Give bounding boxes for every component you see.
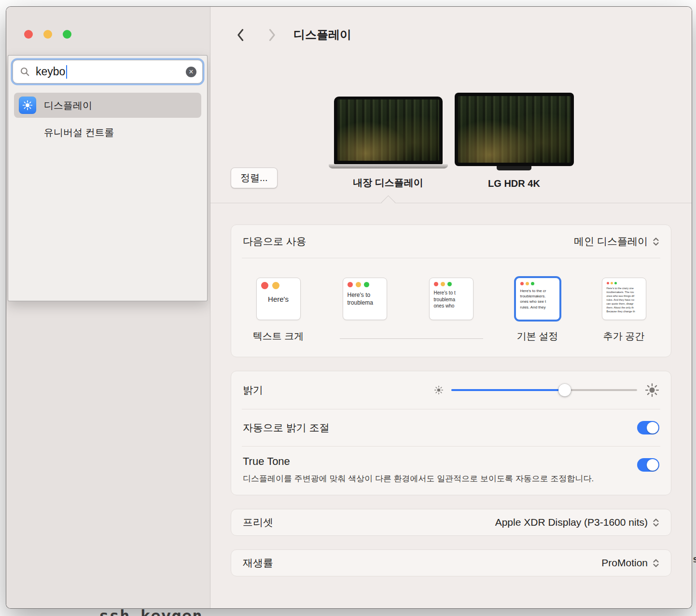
monitor-icon (455, 93, 574, 166)
popup-chevrons-icon (653, 518, 659, 528)
content-header: 디스플레이 (210, 7, 692, 42)
text-cursor (66, 65, 67, 79)
sidebar: keybo × 디스플레이 유니버설 컨트롤 (6, 7, 210, 608)
refresh-rate-popup[interactable]: ProMotion (601, 557, 659, 569)
display-settings-pane: 디스플레이 내장 디스플레이 LG HDR 4K 정렬... (210, 7, 692, 608)
selected-display-caret (381, 196, 396, 210)
scaling-options-connector-line (340, 338, 483, 339)
popup-chevrons-icon (653, 558, 659, 568)
forward-button[interactable] (268, 28, 276, 42)
true-tone-toggle[interactable] (637, 458, 659, 472)
search-result-display[interactable]: 디스플레이 (14, 93, 201, 118)
preset-card: 프리셋 Apple XDR Display (P3-1600 nits) (231, 509, 671, 536)
search-icon (20, 67, 30, 77)
search-results-panel: keybo × 디스플레이 유니버설 컨트롤 (8, 55, 208, 301)
page-title: 디스플레이 (293, 27, 351, 42)
background-partial-text: s (693, 553, 696, 565)
brightness-slider[interactable] (451, 383, 637, 397)
scaling-option-more-space[interactable]: Here's to the crazy one troublemakers. T… (581, 278, 667, 341)
display-name: 내장 디스플레이 (353, 176, 423, 189)
auto-brightness-toggle[interactable] (637, 421, 659, 434)
brightness-low-icon (434, 385, 444, 395)
section-divider (210, 203, 692, 203)
refresh-rate-value: ProMotion (601, 557, 648, 569)
brightness-row: 밝기 (231, 371, 671, 409)
search-query-text: keybo (36, 65, 65, 78)
scaling-option-2[interactable]: Here's to troublema (321, 278, 408, 341)
brightness-high-icon (645, 383, 659, 397)
search-input[interactable]: keybo × (13, 60, 203, 84)
brightness-label: 밝기 (243, 383, 263, 397)
result-label: 디스플레이 (44, 99, 92, 112)
refresh-rate-card: 재생률 ProMotion (231, 549, 671, 576)
clear-search-button[interactable]: × (186, 67, 196, 77)
search-result-universal-control[interactable]: 유니버설 컨트롤 (14, 121, 201, 144)
brightness-slider-thumb[interactable] (558, 384, 571, 396)
scaling-option-label: 텍스트 크게 (253, 330, 304, 341)
display-mode-card: 다음으로 사용 메인 디스플레이 Here's (231, 224, 671, 357)
use-as-label: 다음으로 사용 (243, 235, 306, 248)
window-controls (24, 30, 71, 39)
use-as-row: 다음으로 사용 메인 디스플레이 (231, 225, 671, 258)
refresh-rate-label: 재생률 (243, 556, 273, 570)
preset-value: Apple XDR Display (P3-1600 nits) (495, 517, 648, 528)
zoom-window-button[interactable] (63, 30, 71, 39)
use-as-value: 메인 디스플레이 (574, 235, 648, 248)
laptop-base (329, 164, 448, 168)
scaling-option-label: 추가 공간 (603, 330, 645, 341)
external-display-thumbnail[interactable]: LG HDR 4K (455, 93, 574, 189)
refresh-rate-row: 재생률 ProMotion (231, 550, 671, 576)
back-button[interactable] (237, 28, 244, 42)
minimize-window-button[interactable] (43, 30, 52, 39)
laptop-icon (334, 97, 443, 164)
arrange-displays-button[interactable]: 정렬... (231, 168, 278, 188)
brightness-slider-fill (451, 389, 565, 391)
auto-brightness-label: 자동으로 밝기 조절 (243, 421, 330, 434)
scaling-option-label: 기본 설정 (517, 330, 558, 341)
display-arrangement-area: 내장 디스플레이 LG HDR 4K 정렬... (210, 93, 692, 189)
close-window-button[interactable] (24, 30, 33, 39)
use-as-popup[interactable]: 메인 디스플레이 (574, 235, 659, 248)
preset-row: 프리셋 Apple XDR Display (P3-1600 nits) (231, 509, 671, 535)
monitor-stand (497, 166, 531, 170)
display-brightness-icon (19, 97, 36, 114)
true-tone-description: 디스플레이를 주변광에 맞춰 색상이 다른 환경에서도 일관적으로 보이도록 자… (243, 472, 594, 485)
scaling-option-default[interactable]: Here's to the cr troublemakers. ones who… (494, 278, 581, 341)
resolution-scaling-options: Here's 텍스트 크게 Here's to troublema (231, 258, 671, 357)
builtin-display-thumbnail[interactable]: 내장 디스플레이 (329, 97, 448, 189)
system-settings-window: keybo × 디스플레이 유니버설 컨트롤 디스플레이 (6, 6, 692, 609)
brightness-card: 밝기 자동으로 밝기 조절 (231, 371, 671, 495)
true-tone-label: True Tone (243, 455, 594, 468)
preset-label: 프리셋 (243, 516, 273, 529)
true-tone-row: True Tone 디스플레이를 주변광에 맞춰 색상이 다른 환경에서도 일관… (231, 447, 671, 495)
scaling-option-larger-text[interactable]: Here's 텍스트 크게 (235, 278, 321, 341)
preset-popup[interactable]: Apple XDR Display (P3-1600 nits) (495, 517, 659, 528)
display-name: LG HDR 4K (488, 178, 540, 189)
scaling-option-3[interactable]: Here's to t troublema ones who (408, 278, 494, 341)
auto-brightness-row: 자동으로 밝기 조절 (231, 409, 671, 446)
result-label: 유니버설 컨트롤 (44, 126, 114, 139)
popup-chevrons-icon (653, 237, 659, 247)
